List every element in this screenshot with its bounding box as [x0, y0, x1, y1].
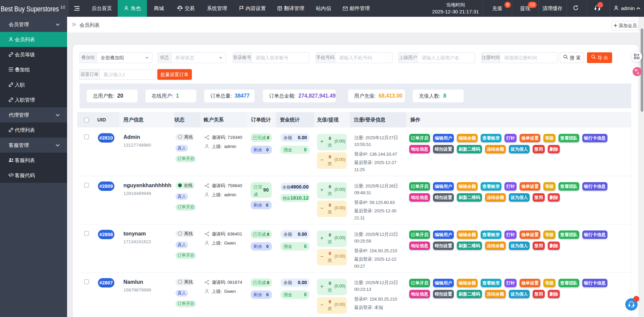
svg-text:A: A: [637, 71, 639, 75]
